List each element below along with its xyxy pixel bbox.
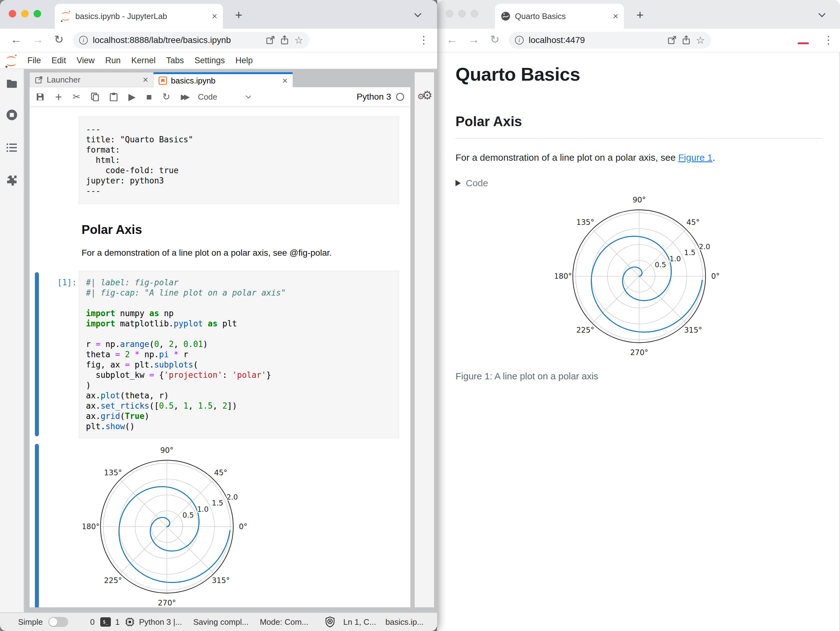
site-info-icon[interactable]: i xyxy=(79,36,88,44)
copy-cells-icon[interactable] xyxy=(91,92,99,101)
share-icon[interactable] xyxy=(280,35,289,45)
extension-manager-icon[interactable] xyxy=(6,174,18,186)
simple-mode-toggle[interactable] xyxy=(48,617,68,627)
doc-tab-launcher[interactable]: Launcher × xyxy=(30,72,153,87)
cursor-position[interactable]: Ln 1, C... xyxy=(343,617,376,627)
cut-cells-icon[interactable]: ✂ xyxy=(73,92,81,101)
menu-view[interactable]: View xyxy=(77,56,95,65)
menu-kernel[interactable]: Kernel xyxy=(131,56,156,65)
chevron-down-icon[interactable] xyxy=(246,93,251,99)
markdown-cell[interactable]: Polar Axis For a demonstration of a line… xyxy=(30,223,411,258)
dock-panel: Launcher × basics.ipynb × + ✂ xyxy=(30,72,411,607)
save-icon[interactable] xyxy=(36,92,44,101)
figure-link[interactable]: Figure 1 xyxy=(678,152,712,163)
tab-close-icon[interactable]: × xyxy=(613,11,618,21)
kernel-name[interactable]: Python 3 xyxy=(357,92,391,102)
file-browser-icon[interactable] xyxy=(6,79,17,89)
close-window-button[interactable] xyxy=(446,10,453,17)
svg-text:135°: 135° xyxy=(576,218,594,227)
menu-settings[interactable]: Settings xyxy=(194,56,225,65)
tab-close-icon[interactable]: × xyxy=(212,11,217,21)
notebook-scroll-area[interactable]: --- title: "Quarto Basics" format: html:… xyxy=(30,107,411,607)
browser-menu-icon[interactable]: ⋮ xyxy=(418,34,429,46)
menu-run[interactable]: Run xyxy=(105,56,121,65)
execution-prompt: [1]: xyxy=(57,278,95,287)
tab-search-chevron-icon[interactable] xyxy=(818,10,826,17)
raw-cell[interactable]: --- title: "Quarto Basics" format: html:… xyxy=(30,117,411,204)
kernels-count[interactable]: 1 xyxy=(115,617,120,627)
kernel-chip-icon[interactable] xyxy=(125,617,134,627)
property-inspector-gears-icon[interactable]: ⚙⚙ xyxy=(417,89,433,102)
paste-cells-icon[interactable] xyxy=(110,92,118,101)
quarto-page: Quarto Basics Polar Axis For a demonstra… xyxy=(437,52,840,631)
reload-icon[interactable]: ↻ xyxy=(54,33,63,46)
editor-mode[interactable]: Mode: Com... xyxy=(260,617,308,627)
zoom-window-button[interactable] xyxy=(34,10,41,17)
menu-tabs[interactable]: Tabs xyxy=(166,56,184,65)
tab-search-chevron-icon[interactable] xyxy=(414,10,422,17)
menu-file[interactable]: File xyxy=(27,56,41,65)
code-editor[interactable]: #| label: fig-polar #| fig-cap: "A line … xyxy=(79,271,399,438)
macos-traffic-lights[interactable] xyxy=(446,10,478,17)
terminals-count[interactable]: 0 xyxy=(90,617,94,627)
minimize-window-button[interactable] xyxy=(458,10,466,17)
doc-tab-close-icon[interactable]: × xyxy=(282,76,288,85)
cell-type-dropdown[interactable]: Code xyxy=(198,92,217,102)
statusbar-filename[interactable]: basics.ip... xyxy=(385,617,424,627)
yaml-frontmatter[interactable]: --- title: "Quarto Basics" format: html:… xyxy=(79,117,399,204)
back-icon[interactable]: ← xyxy=(447,33,458,46)
svg-text:0°: 0° xyxy=(711,272,720,281)
browser-tab[interactable]: Quarto Basics × xyxy=(495,4,624,28)
stop-kernel-icon[interactable]: ■ xyxy=(146,92,152,101)
forward-icon[interactable]: → xyxy=(32,33,44,46)
saving-status: Saving compl... xyxy=(193,617,249,627)
bookmark-star-icon[interactable]: ☆ xyxy=(696,35,705,45)
browser-titlebar: Quarto Basics × + xyxy=(437,0,840,28)
cell-collapser[interactable] xyxy=(35,272,39,436)
new-tab-button[interactable]: + xyxy=(235,9,242,21)
reload-icon[interactable]: ↻ xyxy=(490,33,499,46)
svg-text:270°: 270° xyxy=(158,599,176,607)
address-bar[interactable]: i localhost:8888/lab/tree/basics.ipynb ☆ xyxy=(73,32,309,49)
doc-tab-close-icon[interactable]: × xyxy=(142,75,148,84)
back-icon[interactable]: ← xyxy=(11,33,22,46)
browser-menu-icon[interactable]: ⋮ xyxy=(823,34,834,46)
share-icon[interactable] xyxy=(682,35,691,45)
code-fold-toggle[interactable]: Code xyxy=(455,178,822,188)
running-kernels-icon[interactable] xyxy=(6,109,18,121)
zoom-window-button[interactable] xyxy=(471,10,478,17)
restart-run-all-icon[interactable]: ▶▶ xyxy=(181,93,188,101)
code-cell[interactable]: [1]: #| label: fig-polar #| fig-cap: "A … xyxy=(30,271,411,438)
close-window-button[interactable] xyxy=(9,10,16,17)
browser-tab[interactable]: basics.ipynb - JupyterLab × xyxy=(55,4,223,28)
minimize-window-button[interactable] xyxy=(21,10,28,17)
new-tab-button[interactable]: + xyxy=(636,9,644,21)
address-bar[interactable]: i localhost:4479 ☆ xyxy=(509,32,711,49)
bookmark-star-icon[interactable]: ☆ xyxy=(294,35,303,45)
jupyterlab-browser-window: basics.ipynb - JupyterLab × + ← → ↻ i lo… xyxy=(0,0,437,631)
url-text[interactable]: localhost:4479 xyxy=(529,35,662,45)
macos-traffic-lights[interactable] xyxy=(9,10,41,17)
restart-kernel-icon[interactable]: ↻ xyxy=(163,92,170,101)
kernel-status-text[interactable]: Python 3 |... xyxy=(139,617,182,627)
open-in-new-icon[interactable] xyxy=(265,35,275,45)
menu-help[interactable]: Help xyxy=(235,56,253,65)
forward-icon[interactable]: → xyxy=(468,33,480,46)
site-info-icon[interactable]: i xyxy=(515,36,524,44)
kernel-status-icon[interactable] xyxy=(396,93,404,101)
output-cell[interactable]: 0°45°90°135°180°225°270°315°0.51.01.52.0 xyxy=(30,443,411,607)
open-in-new-icon[interactable] xyxy=(667,35,677,45)
svg-text:270°: 270° xyxy=(630,348,648,357)
url-text[interactable]: localhost:8888/lab/tree/basics.ipynb xyxy=(93,35,261,45)
doc-tab-notebook[interactable]: basics.ipynb × xyxy=(153,72,293,87)
svg-text:180°: 180° xyxy=(83,522,99,531)
svg-text:45°: 45° xyxy=(214,468,227,477)
menu-edit[interactable]: Edit xyxy=(52,56,66,65)
add-cell-icon[interactable]: + xyxy=(55,91,62,103)
table-of-contents-icon[interactable] xyxy=(6,142,17,153)
output-collapser[interactable] xyxy=(35,444,39,607)
trust-shield-icon[interactable] xyxy=(325,616,335,628)
notebook-toolbar: + ✂ ▶ ■ ↻ ▶▶ Code Python 3 xyxy=(30,87,411,107)
run-cell-icon[interactable]: ▶ xyxy=(128,92,136,101)
terminal-icon[interactable]: $_ xyxy=(100,617,111,627)
